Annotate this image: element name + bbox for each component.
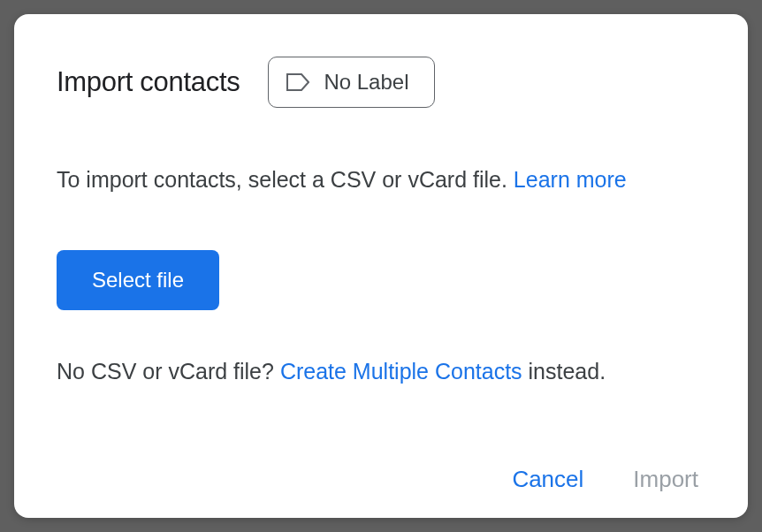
instruction-text: To import contacts, select a CSV or vCar… xyxy=(57,164,705,195)
learn-more-link[interactable]: Learn more xyxy=(514,167,627,192)
label-icon xyxy=(286,73,309,91)
no-file-prefix: No CSV or vCard file? xyxy=(57,359,280,384)
dialog-header: Import contacts No Label xyxy=(57,57,705,108)
no-file-suffix: instead. xyxy=(522,359,606,384)
alternative-text: No CSV or vCard file? Create Multiple Co… xyxy=(57,356,705,387)
cancel-button[interactable]: Cancel xyxy=(512,466,583,493)
label-button-text: No Label xyxy=(324,70,408,95)
select-file-button[interactable]: Select file xyxy=(57,250,219,310)
dialog-footer: Cancel Import xyxy=(512,466,698,493)
instruction-prefix: To import contacts, select a CSV or vCar… xyxy=(57,167,514,192)
dialog-title: Import contacts xyxy=(57,66,240,98)
import-contacts-dialog: Import contacts No Label To import conta… xyxy=(14,14,748,518)
label-selector-button[interactable]: No Label xyxy=(268,57,434,108)
import-button[interactable]: Import xyxy=(633,466,698,493)
create-multiple-contacts-link[interactable]: Create Multiple Contacts xyxy=(280,359,522,384)
